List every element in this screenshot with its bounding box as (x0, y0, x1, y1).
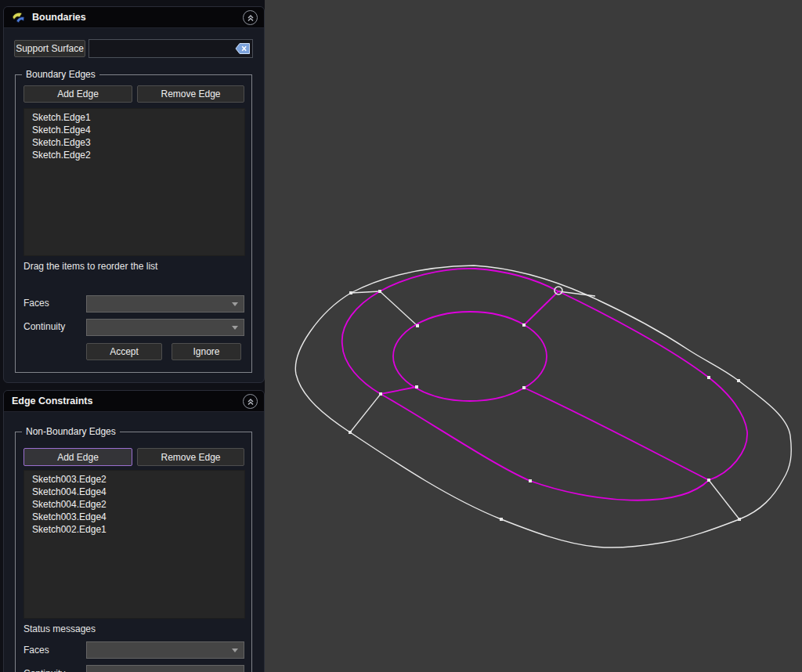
support-surface-button[interactable]: Support Surface (14, 40, 85, 57)
connector-top-right[interactable] (524, 291, 558, 325)
accept-button[interactable]: Accept (86, 343, 162, 360)
add-edge-button[interactable]: Add Edge (23, 448, 132, 466)
inner-stadium-wire[interactable] (342, 269, 747, 500)
edge-list-item[interactable]: Sketch003.Edge4 (24, 511, 244, 523)
seam-bottom-left[interactable] (350, 394, 381, 432)
faces-select[interactable] (86, 641, 244, 659)
edge-constraints-panel-header[interactable]: Edge Constraints (4, 391, 264, 412)
diagonal-edge[interactable] (524, 388, 709, 480)
boundaries-panel-title: Boundaries (32, 12, 86, 23)
application-window: Boundaries Support Surface Boundary Edge… (0, 0, 802, 672)
edge-constraints-panel: Edge Constraints Non-Boundary Edges Add … (3, 390, 265, 672)
status-messages-text: Status messages (23, 623, 96, 634)
faces-label: Faces (23, 645, 49, 656)
seam-top-left-inner[interactable] (380, 291, 417, 326)
support-surface-input-wrap (89, 39, 253, 58)
edge-list-item[interactable]: Sketch.Edge3 (24, 136, 244, 149)
continuity-label: Continuity (23, 321, 65, 332)
continuity-select[interactable] (86, 319, 244, 336)
edge-list-item[interactable]: Sketch003.Edge2 (24, 473, 244, 486)
faces-select[interactable] (86, 295, 244, 313)
collapse-edge-constraints-icon[interactable] (243, 394, 258, 409)
seam-top-left-outer[interactable] (351, 291, 380, 293)
edge-list-item[interactable]: Sketch.Edge2 (24, 149, 244, 161)
remove-edge-button[interactable]: Remove Edge (137, 85, 244, 103)
continuity-select[interactable] (86, 665, 244, 672)
connector-bottom-left[interactable] (381, 387, 417, 394)
reorder-hint-text: Drag the items to reorder the list (23, 261, 157, 272)
chevron-down-icon (232, 649, 238, 652)
edge-list-item[interactable]: Sketch002.Edge1 (24, 523, 244, 536)
support-surface-input[interactable] (89, 43, 235, 54)
edge-list-item[interactable]: Sketch004.Edge4 (24, 486, 244, 498)
3d-viewport[interactable] (265, 0, 802, 672)
seam-bottom-right[interactable] (709, 480, 739, 519)
clear-input-icon[interactable] (235, 42, 251, 55)
non-boundary-edges-group: Non-Boundary Edges Add Edge Remove Edge … (15, 432, 252, 672)
boundaries-panel: Boundaries Support Surface Boundary Edge… (3, 6, 265, 383)
boundaries-panel-header[interactable]: Boundaries (4, 7, 264, 28)
boundary-edges-group-title: Boundary Edges (22, 69, 99, 80)
add-edge-button[interactable]: Add Edge (23, 85, 132, 103)
remove-edge-button[interactable]: Remove Edge (137, 448, 244, 466)
continuity-label: Continuity (23, 668, 65, 672)
chevron-down-icon (232, 302, 238, 306)
outer-boundary-wire[interactable] (295, 266, 791, 547)
boundary-edges-list[interactable]: Sketch.Edge1Sketch.Edge4Sketch.Edge3Sket… (23, 108, 245, 256)
boundary-edges-group: Boundary Edges Add Edge Remove Edge Sket… (15, 74, 252, 373)
edge-list-item[interactable]: Sketch.Edge1 (24, 111, 244, 124)
edge-list-item[interactable]: Sketch004.Edge2 (24, 498, 244, 511)
chevron-down-icon (232, 326, 238, 330)
surface-boundaries-icon (12, 11, 26, 23)
constraint-edge-lines (381, 291, 709, 480)
faces-label: Faces (23, 298, 49, 309)
edge-constraints-panel-title: Edge Constraints (12, 396, 93, 406)
ignore-button[interactable]: Ignore (172, 343, 241, 360)
collapse-boundaries-icon[interactable] (243, 10, 258, 25)
wireframe-scene (265, 0, 802, 672)
non-boundary-edges-list[interactable]: Sketch003.Edge2Sketch004.Edge4Sketch004.… (23, 470, 245, 619)
non-boundary-edges-group-title: Non-Boundary Edges (22, 426, 120, 437)
edge-list-item[interactable]: Sketch.Edge4 (24, 124, 244, 136)
